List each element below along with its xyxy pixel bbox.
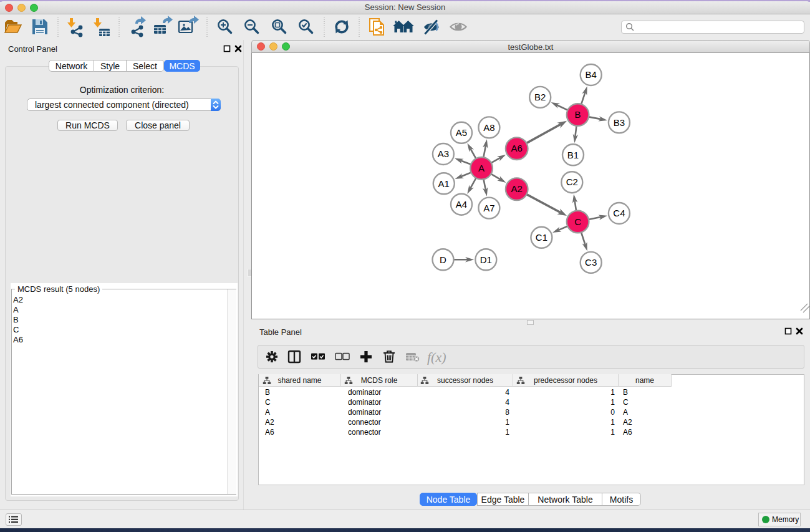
svg-text:B3: B3 [614,117,625,128]
svg-text:B: B [575,109,581,120]
svg-text:B2: B2 [534,92,546,102]
svg-text:A: A [478,163,485,173]
svg-text:f(x): f(x) [427,349,446,365]
svg-text:B1: B1 [567,150,579,160]
svg-text:D: D [440,254,446,265]
svg-text:C2: C2 [566,177,578,187]
svg-text:C1: C1 [536,232,547,243]
svg-text:C4: C4 [613,208,625,218]
svg-text:A6: A6 [511,143,523,153]
svg-text:A1: A1 [438,178,450,189]
svg-text:C3: C3 [585,257,597,268]
svg-text:A3: A3 [438,148,449,159]
svg-text:A2: A2 [511,183,523,194]
svg-text:B4: B4 [586,69,597,80]
svg-text:C: C [574,216,581,227]
svg-text:A5: A5 [456,127,467,138]
svg-text:A7: A7 [483,203,494,213]
svg-text:A4: A4 [456,199,467,210]
svg-text:A8: A8 [483,122,494,133]
svg-text:D1: D1 [480,254,492,265]
